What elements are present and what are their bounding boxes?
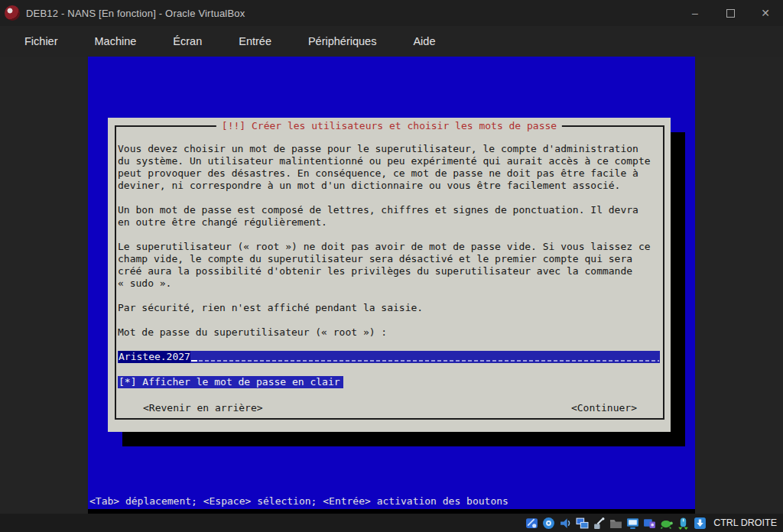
hard-disk-icon[interactable] [525, 517, 538, 530]
vm-bottom-strip [88, 509, 695, 514]
window-controls: – ✕ [677, 0, 783, 26]
paragraph-warning: Vous devez choisir un mot de passe pour … [118, 143, 660, 192]
virtualbox-window: DEB12 - NANS [En fonction] - Oracle Virt… [0, 0, 783, 532]
usb-icon[interactable] [593, 517, 606, 530]
paragraph-empty-password: Le superutilisateur (« root ») ne doit p… [118, 241, 660, 290]
paragraph-hidden-input: Par sécurité, rien n'est affiché pendant… [118, 302, 660, 314]
titlebar: DEB12 - NANS [En fonction] - Oracle Virt… [0, 0, 783, 26]
dialog-buttons: <Revenir en arrière> <Continuer> [118, 402, 660, 414]
recording-icon[interactable] [643, 517, 656, 530]
continue-button[interactable]: <Continuer> [571, 402, 637, 414]
go-back-button[interactable]: <Revenir en arrière> [143, 402, 263, 414]
maximize-button[interactable] [713, 0, 748, 26]
installer-help-line: <Tab> déplacement; <Espace> sélection; <… [89, 495, 508, 507]
vm-statusbar: CTRL DROITE [0, 514, 783, 532]
debian-installer-screen[interactable]: [!!] Créer les utilisateurs et choisir l… [88, 57, 695, 514]
password-value: Aristee.2027 [119, 351, 190, 363]
password-input[interactable]: Aristee.2027 [118, 351, 660, 363]
minimize-button[interactable]: – [677, 0, 713, 26]
menu-ecran[interactable]: Écran [154, 29, 220, 54]
maximize-icon [726, 9, 735, 18]
dialog-title: [!!] Créer les utilisateurs et choisir l… [216, 120, 562, 131]
optical-disc-icon[interactable] [542, 517, 555, 530]
text-cursor [191, 360, 197, 362]
paragraph-good-password: Un bon mot de passe est composé de lettr… [118, 204, 660, 229]
dialog-content: Vous devez choisir un mot de passe pour … [108, 118, 671, 432]
execution-engine-icon[interactable] [660, 517, 673, 530]
menu-entree[interactable]: Entrée [220, 29, 290, 54]
password-field-label: Mot de passe du superutilisateur (« root… [118, 326, 660, 339]
password-field-underscores [199, 360, 659, 362]
audio-icon[interactable] [559, 517, 572, 530]
keyboard-capture-icon[interactable] [694, 517, 707, 530]
menu-aide[interactable]: Aide [395, 29, 453, 54]
network-icon[interactable] [576, 517, 589, 530]
installer-dialog: [!!] Créer les utilisateurs et choisir l… [108, 118, 671, 432]
virtualbox-icon [5, 5, 20, 21]
vm-display-area: [!!] Créer les utilisateurs et choisir l… [0, 57, 783, 514]
host-key-label: CTRL DROITE [713, 517, 777, 528]
close-button[interactable]: ✕ [748, 0, 783, 26]
show-password-checkbox[interactable]: [*] Afficher le mot de passe en clair [118, 376, 343, 388]
menu-machine[interactable]: Machine [76, 29, 155, 54]
window-title: DEB12 - NANS [En fonction] - Oracle Virt… [26, 8, 677, 19]
display-icon[interactable] [626, 517, 639, 530]
mouse-integration-icon[interactable] [677, 517, 690, 530]
shared-folders-icon[interactable] [609, 517, 622, 530]
menu-fichier[interactable]: Fichier [6, 29, 76, 54]
menu-peripheriques[interactable]: Périphériques [290, 29, 395, 54]
menubar: Fichier Machine Écran Entrée Périphériqu… [0, 26, 783, 57]
